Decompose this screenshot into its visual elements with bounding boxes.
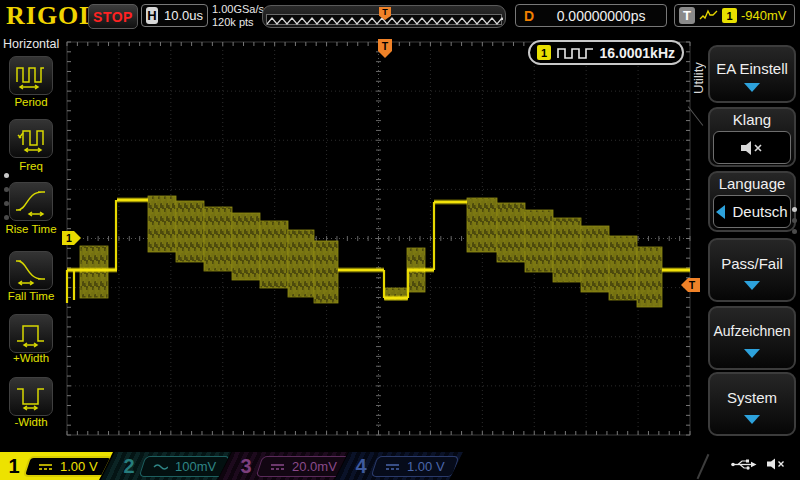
trigger-level-marker[interactable]: T <box>681 278 700 292</box>
pass-fail-button[interactable]: Pass/Fail <box>708 238 796 302</box>
svg-text:T: T <box>689 279 696 291</box>
horizontal-label: H <box>146 7 158 24</box>
system-label: System <box>727 389 777 406</box>
run-state-indicator: STOP <box>88 4 138 29</box>
rise-time-button[interactable] <box>9 182 53 221</box>
freq-label: Freq <box>0 160 62 172</box>
delay-value: 0.00000000ps <box>544 8 658 24</box>
language-label: Language <box>719 175 786 192</box>
channel1-level-marker[interactable]: 1 <box>62 231 81 245</box>
rigol-logo: RIGOL <box>6 1 98 31</box>
svg-text:T: T <box>382 40 389 52</box>
trigger-level-value: -940mV <box>741 8 787 23</box>
square-wave-icon <box>557 46 593 59</box>
ea-einstell-button[interactable]: EA Einstell <box>708 45 796 103</box>
speaker-muted-icon <box>739 139 765 157</box>
dc-coupling-icon <box>385 462 400 470</box>
delay-box: D 0.00000000ps <box>515 4 667 27</box>
trigger-position-marker[interactable]: T <box>378 39 392 58</box>
utility-menu-tab: Utility <box>691 42 709 114</box>
fall-time-button[interactable] <box>9 251 53 290</box>
acquisition-info: 1.00GSa/s 120k pts <box>212 3 264 29</box>
rise-time-icon <box>14 187 48 217</box>
channel-3-scale: 20.0mV <box>292 459 337 474</box>
minus-width-icon <box>14 382 48 412</box>
dropdown-arrow-icon <box>744 349 760 358</box>
dc-coupling-icon <box>38 462 53 470</box>
left-arrow-icon <box>716 205 725 219</box>
trigger-box: T 1 -940mV <box>674 4 795 27</box>
frequency-counter-badge: 1 16.0001kHz <box>528 40 684 65</box>
rise-time-label: Rise Time <box>0 223 62 235</box>
minus-width-button[interactable] <box>9 377 53 416</box>
system-button[interactable]: System <box>708 372 796 436</box>
trigger-source-badge: 1 <box>722 8 737 23</box>
channel-2-number: 2 <box>121 455 137 478</box>
delay-label: D <box>524 8 534 24</box>
counter-channel-badge: 1 <box>537 45 551 60</box>
fall-time-label: Fall Time <box>0 290 62 302</box>
plus-width-button[interactable] <box>9 314 53 353</box>
channel-2-tab[interactable]: 2 100mV <box>101 452 231 480</box>
fall-time-icon <box>14 256 48 286</box>
channel-1-tab[interactable]: 1 1.00 V <box>0 452 113 480</box>
channel-4-number: 4 <box>353 455 369 478</box>
dc-coupling-icon <box>270 462 285 470</box>
left-menu-title: Horizontal <box>3 37 59 51</box>
channel-3-tab[interactable]: 3 20.0mV <box>218 452 348 480</box>
channel-4-tab[interactable]: 4 1.00 V <box>335 452 463 480</box>
channel-1-number: 1 <box>6 455 22 478</box>
left-menu-page-dots <box>4 164 9 229</box>
right-menu-page-dots <box>792 201 797 240</box>
period-icon <box>14 61 48 91</box>
freq-button[interactable] <box>9 119 53 158</box>
trigger-edge-icon <box>699 8 718 23</box>
klang-button[interactable]: Klang <box>708 107 796 167</box>
pass-fail-label: Pass/Fail <box>721 255 783 272</box>
plus-width-icon <box>14 319 48 349</box>
language-button[interactable]: Language Deutsch <box>708 171 796 232</box>
channel-3-number: 3 <box>238 455 254 478</box>
plus-width-label: +Width <box>0 352 62 364</box>
memory-depth: 120k pts <box>212 16 264 29</box>
aufzeichnen-label: Aufzeichnen <box>713 323 790 339</box>
speaker-muted-icon <box>766 457 788 471</box>
sample-rate: 1.00GSa/s <box>212 3 264 16</box>
waveform-preview-strip: T <box>262 5 506 28</box>
klang-label: Klang <box>733 111 771 128</box>
period-button[interactable] <box>9 56 53 95</box>
language-value: Deutsch <box>732 203 787 220</box>
status-icons <box>730 457 788 471</box>
usb-icon <box>730 458 757 471</box>
timebase-value: 10.0us <box>164 8 203 23</box>
dropdown-arrow-icon <box>744 415 760 424</box>
channel-2-scale: 100mV <box>175 459 216 474</box>
dropdown-arrow-icon <box>744 281 760 290</box>
trigger-label: T <box>679 7 695 24</box>
freq-icon <box>14 124 48 154</box>
dropdown-arrow-icon <box>744 83 760 92</box>
horizontal-timebase-box: H 10.0us <box>141 4 208 27</box>
waveform-display: 1TT <box>0 0 800 480</box>
channel-1-scale: 1.00 V <box>60 459 98 474</box>
ac-coupling-icon <box>153 462 168 470</box>
svg-text:1: 1 <box>66 232 72 244</box>
oscilloscope-screen: 1TT RIGOL STOP H 10.0us 1.00GSa/s 120k p… <box>0 0 800 480</box>
minus-width-label: -Width <box>0 416 62 428</box>
aufzeichnen-button[interactable]: Aufzeichnen <box>708 306 796 370</box>
channel-4-scale: 1.00 V <box>407 459 445 474</box>
counter-frequency-value: 16.0001kHz <box>599 45 675 61</box>
ea-einstell-label: EA Einstell <box>716 60 788 77</box>
period-label: Period <box>0 96 62 108</box>
